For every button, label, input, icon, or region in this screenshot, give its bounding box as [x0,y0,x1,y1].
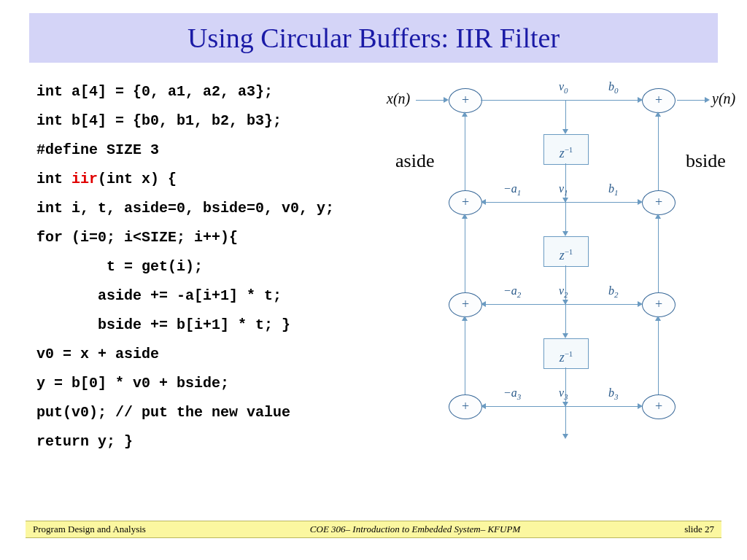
arrow-head-icon [705,97,710,103]
arrow-head-icon [444,97,449,103]
arrow-head-icon [462,112,468,117]
arrow [566,202,638,203]
slide-content: int a[4] = {0, a1, a2, a3}; int b[4] = {… [0,63,747,486]
slide-title: Using Circular Buffers: IIR Filter [29,13,718,63]
label-yn: y(n) [712,90,735,107]
label-a3: −a3 [503,386,521,401]
label-b2: b2 [608,284,619,299]
adder-node: + [642,190,676,215]
adder-node: + [449,190,482,215]
label-a1: −a1 [503,182,521,197]
arrow-head-icon [481,301,486,307]
code-frag: int [36,171,71,187]
code-line: int a[4] = {0, a1, a2, a3}; [36,77,387,106]
arrow-head-icon [462,316,468,321]
arrow-head-icon [562,231,568,236]
code-line: aside += -a[i+1] * t; [36,281,387,311]
arrow-head-icon [655,316,661,321]
delay-block: z−1 [543,134,589,165]
code-line: int i, t, aside=0, bside=0, v0, y; [36,194,387,223]
label-b0: b0 [608,80,619,95]
code-highlight: iir [71,171,98,187]
code-line: #define SIZE 3 [36,136,387,165]
label-v2: v2 [559,284,568,299]
code-line: int b[4] = {b0, b1, b2, b3}; [36,106,387,136]
adder-node: + [642,88,676,113]
arrow [565,100,566,132]
adder-node: + [449,292,482,317]
arrow [658,217,659,292]
arrow-head-icon [481,199,486,205]
code-line: t = get(i); [36,252,387,281]
arrow-head-icon [638,403,643,409]
arrow [658,115,659,190]
arrow-head-icon [562,434,568,439]
arrow [484,406,565,407]
label-v3: v3 [559,386,568,401]
arrow [566,304,638,305]
code-line: bside += b[i+1] * t; } [36,311,387,340]
code-line: y = b[0] * v0 + bside; [36,369,387,398]
label-b3: b3 [608,386,619,401]
arrow-head-icon [655,112,661,117]
label-v1: v1 [559,182,568,197]
footer-left: Program Design and Analysis [33,524,146,535]
code-line: return y; } [36,427,387,456]
arrow [465,217,465,292]
arrow-head-icon [481,403,486,409]
code-line: for (i=0; i<SIZE; i++){ [36,223,387,252]
arrow [484,304,565,305]
adder-node: + [642,394,676,419]
label-bside: bside [686,150,726,172]
code-line: v0 = x + aside [36,340,387,369]
code-line: put(v0); // put the new value [36,398,387,427]
code-listing: int a[4] = {0, a1, a2, a3}; int b[4] = {… [36,77,387,486]
arrow-head-icon [638,97,643,103]
arrow-head-icon [655,214,661,219]
arrow-head-icon [638,199,643,205]
arrow-head-icon [562,129,568,134]
adder-node: + [642,292,676,317]
arrow [565,202,566,234]
arrow [565,304,566,336]
delay-block: z−1 [543,338,589,369]
arrow [465,115,465,190]
label-b1: b1 [608,182,619,197]
arrow [416,100,445,101]
label-v0: v0 [559,80,568,95]
footer-mid: COE 306– Introduction to Embedded System… [310,524,520,535]
adder-node: + [449,88,482,113]
adder-node: + [449,394,482,419]
arrow [481,100,642,101]
arrow [465,319,465,394]
footer-right: slide 27 [684,524,714,535]
arrow [484,202,565,203]
arrow-head-icon [638,301,643,307]
iir-diagram: x(n) y(n) aside bside + + v0 b0 z−1 + + [387,77,718,486]
arrow [677,100,706,101]
arrow-head-icon [562,333,568,338]
delay-block: z−1 [543,236,589,267]
code-line: int iir(int x) { [36,165,387,194]
label-xn: x(n) [387,90,410,107]
label-a2: −a2 [503,284,521,299]
slide-footer: Program Design and Analysis COE 306– Int… [26,521,721,538]
arrow [566,406,638,407]
arrow [565,406,566,435]
arrow [658,319,659,394]
label-aside: aside [395,150,434,172]
arrow-head-icon [462,214,468,219]
code-frag: (int x) { [98,171,177,187]
